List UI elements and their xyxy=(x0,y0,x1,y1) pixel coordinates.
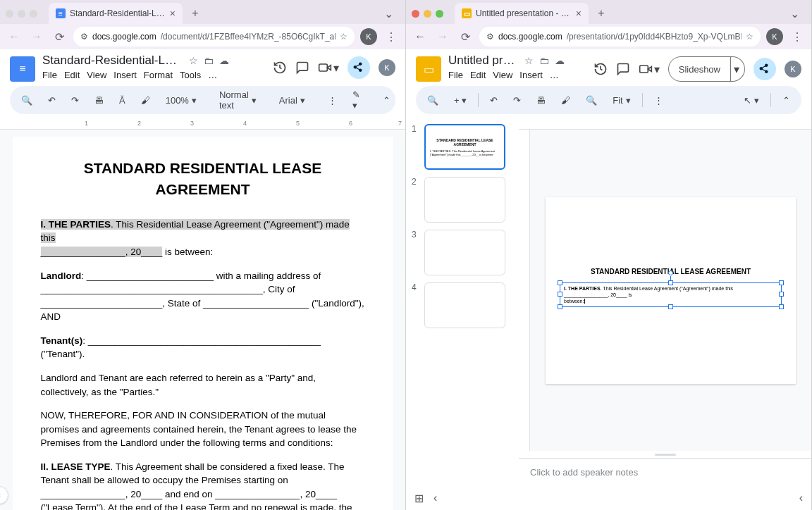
resize-handle[interactable] xyxy=(779,292,784,297)
browser-menu-icon[interactable]: ⋮ xyxy=(789,28,806,45)
slideshow-dropdown[interactable]: ▾ xyxy=(728,56,745,82)
forward-button[interactable]: → xyxy=(28,28,45,45)
tab-close-icon[interactable]: × xyxy=(170,8,176,19)
undo-icon[interactable]: ↶ xyxy=(486,92,502,108)
tabs-dropdown[interactable]: ⌄ xyxy=(380,5,397,22)
tabs-dropdown[interactable]: ⌄ xyxy=(786,5,803,22)
cloud-status-icon[interactable]: ☁ xyxy=(219,55,229,66)
redo-icon[interactable]: ↷ xyxy=(509,92,525,108)
collapse-toolbar-icon[interactable]: ⌃ xyxy=(778,92,794,108)
profile-avatar[interactable]: K xyxy=(766,28,783,45)
resize-handle[interactable] xyxy=(779,304,784,309)
slide-thumbnail-2[interactable] xyxy=(424,177,505,223)
window-controls[interactable] xyxy=(6,10,37,18)
menu-insert[interactable]: Insert xyxy=(113,70,137,80)
menu-edit[interactable]: Edit xyxy=(64,70,80,80)
more-tools-icon[interactable]: ⋮ xyxy=(650,92,668,108)
undo-icon[interactable]: ↶ xyxy=(44,92,60,108)
grid-view-icon[interactable]: ⊞ xyxy=(414,492,424,505)
spellcheck-icon[interactable]: Ă xyxy=(115,92,130,108)
print-icon[interactable]: 🖶 xyxy=(532,92,550,108)
window-controls[interactable] xyxy=(412,10,443,18)
ruler[interactable]: 1234567 xyxy=(0,118,405,130)
collapse-toolbar-icon[interactable]: ⌃ xyxy=(379,92,395,108)
slide[interactable]: STANDARD RESIDENTIAL LEASE AGREEMENT I xyxy=(546,197,796,384)
explore-toggle-icon[interactable]: ‹ xyxy=(799,492,803,504)
ruler-vertical[interactable] xyxy=(519,130,530,451)
filmstrip-toggle-icon[interactable]: ‹ xyxy=(433,492,437,504)
new-tab-button[interactable]: + xyxy=(593,5,610,22)
format-paint-icon[interactable]: 🖌 xyxy=(137,92,154,108)
menu-edit[interactable]: Edit xyxy=(470,70,486,80)
menu-view[interactable]: View xyxy=(87,70,106,80)
comments-icon[interactable] xyxy=(295,61,309,75)
menu-more[interactable]: … xyxy=(208,70,217,80)
search-icon[interactable]: 🔍 xyxy=(423,92,443,108)
editing-mode[interactable]: ✎ ▾ xyxy=(348,87,364,113)
slide-thumbnail-1[interactable]: STANDARD RESIDENTIAL LEASE AGREEMENTI. T… xyxy=(424,124,505,170)
share-button[interactable] xyxy=(753,58,776,80)
selected-textbox[interactable]: I. THE PARTIES. This Residential Lease A… xyxy=(560,282,782,307)
style-select[interactable]: Normal text ▾ xyxy=(215,87,261,113)
fit-select[interactable]: Fit ▾ xyxy=(608,92,634,108)
pointer-tool-icon[interactable]: ↖ ▾ xyxy=(739,92,763,108)
url-input[interactable]: ⚙ docs.google.com/document/d/1FZBffee4IY… xyxy=(73,27,355,46)
bookmark-icon[interactable]: ☆ xyxy=(340,32,347,42)
menu-insert[interactable]: Insert xyxy=(519,70,543,80)
resize-handle[interactable] xyxy=(668,280,673,285)
menu-file[interactable]: File xyxy=(448,70,463,80)
resize-handle[interactable] xyxy=(558,280,562,285)
resize-handle[interactable] xyxy=(558,292,562,297)
docs-logo[interactable]: ≡ xyxy=(10,56,35,82)
reload-button[interactable]: ⟳ xyxy=(457,28,474,45)
document-title[interactable]: Standard-Residential-Lease-A... xyxy=(42,54,183,68)
history-icon[interactable] xyxy=(593,62,608,76)
menu-tools[interactable]: Tools xyxy=(180,70,201,80)
speaker-notes[interactable]: Click to add speaker notes xyxy=(519,458,811,486)
new-tab-button[interactable]: + xyxy=(187,5,204,22)
notes-resize-handle[interactable] xyxy=(519,451,811,458)
back-button[interactable]: ← xyxy=(6,28,23,45)
browser-menu-icon[interactable]: ⋮ xyxy=(383,28,400,45)
resize-handle[interactable] xyxy=(558,304,562,309)
browser-tab[interactable]: ≡ Standard-Residential-Lease- × xyxy=(49,3,183,24)
slide-canvas[interactable]: STANDARD RESIDENTIAL LEASE AGREEMENT I xyxy=(530,130,811,451)
slides-logo[interactable]: ▭ xyxy=(416,56,441,82)
reload-button[interactable]: ⟳ xyxy=(51,28,68,45)
bookmark-icon[interactable]: ☆ xyxy=(746,32,753,42)
meet-icon[interactable]: ▾ xyxy=(318,61,339,75)
new-slide-icon[interactable]: + ▾ xyxy=(450,92,471,108)
back-button[interactable]: ← xyxy=(412,28,429,45)
resize-handle[interactable] xyxy=(779,280,784,285)
more-tools-icon[interactable]: ⋮ xyxy=(324,92,341,108)
print-icon[interactable]: 🖶 xyxy=(90,92,108,108)
zoom-icon[interactable]: 🔍 xyxy=(582,92,601,108)
presentation-title[interactable]: Untitled pres... xyxy=(448,54,519,68)
search-icon[interactable]: 🔍 xyxy=(17,92,37,108)
account-avatar[interactable]: K xyxy=(379,59,395,76)
menu-more[interactable]: … xyxy=(550,70,559,80)
forward-button[interactable]: → xyxy=(434,28,451,45)
site-settings-icon[interactable]: ⚙ xyxy=(486,32,494,42)
history-icon[interactable] xyxy=(273,61,287,75)
format-paint-icon[interactable]: 🖌 xyxy=(557,92,574,108)
ruler-horizontal[interactable] xyxy=(519,118,811,130)
browser-tab[interactable]: ▭ Untitled presentation - Googl × xyxy=(455,3,589,24)
document-page[interactable]: STANDARD RESIDENTIAL LEASE AGREEMENT I. … xyxy=(13,137,393,510)
redo-icon[interactable]: ↷ xyxy=(67,92,83,108)
move-icon[interactable]: 🗀 xyxy=(204,55,214,66)
slide-thumbnail-3[interactable] xyxy=(424,230,505,275)
site-settings-icon[interactable]: ⚙ xyxy=(80,32,88,42)
meet-icon[interactable]: ▾ xyxy=(639,62,660,76)
account-avatar[interactable]: K xyxy=(785,61,801,77)
cloud-status-icon[interactable]: ☁ xyxy=(555,55,565,66)
tab-close-icon[interactable]: × xyxy=(576,8,582,19)
slide-thumbnail-4[interactable] xyxy=(424,282,505,328)
menu-view[interactable]: View xyxy=(493,70,512,80)
comments-icon[interactable] xyxy=(616,62,630,76)
profile-avatar[interactable]: K xyxy=(360,28,377,45)
share-button[interactable] xyxy=(347,56,370,79)
slideshow-button[interactable]: Slideshow xyxy=(668,56,731,82)
url-input[interactable]: ⚙ docs.google.com/presentation/d/1py0Idd… xyxy=(479,27,761,46)
font-select[interactable]: Arial ▾ xyxy=(275,92,309,108)
